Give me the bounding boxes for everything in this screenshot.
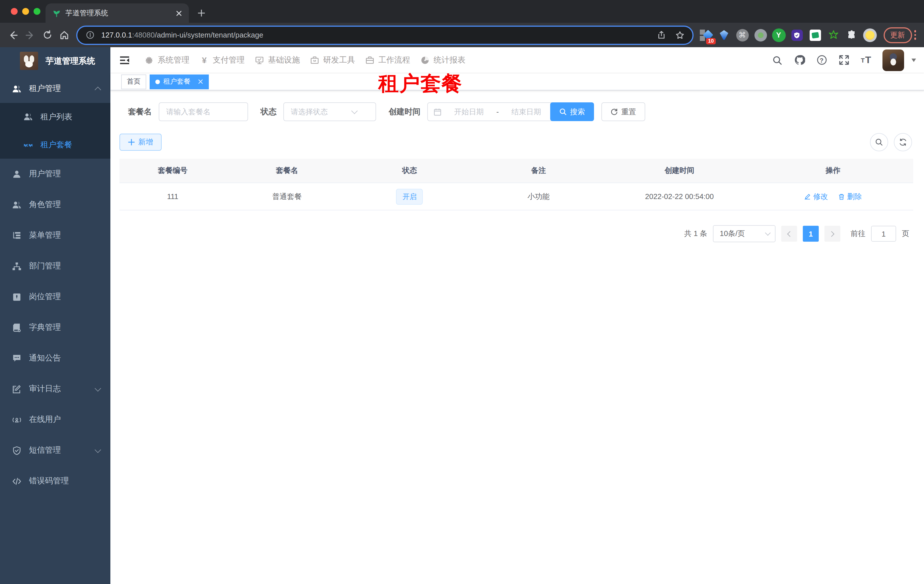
prev-page-button[interactable]	[781, 226, 797, 242]
github-icon[interactable]	[794, 54, 805, 66]
reload-icon[interactable]	[39, 26, 56, 43]
maximize-window-button[interactable]	[33, 8, 40, 15]
briefcase-icon	[365, 56, 375, 64]
bookmark-star-icon[interactable]	[673, 28, 686, 42]
sidebar-item-label: 租户列表	[40, 112, 100, 122]
sidebar-item-dept-management[interactable]: 部门管理	[0, 251, 111, 281]
chevron-down-icon	[95, 385, 101, 392]
nav-item-workflow[interactable]: 工作流程	[365, 55, 410, 65]
home-icon[interactable]	[56, 26, 73, 43]
edit-link[interactable]: 修改	[804, 191, 828, 202]
close-window-button[interactable]	[11, 8, 18, 15]
nav-item-report[interactable]: 统计报表	[421, 55, 465, 65]
page-title-annotation: 租户套餐	[378, 70, 462, 98]
app-logo[interactable]: 芋道管理系统	[0, 47, 111, 74]
logo-rabbit-image	[20, 52, 38, 70]
browser-tab[interactable]: 芋道管理系统	[46, 3, 189, 23]
sidebar-item-role-management[interactable]: 角色管理	[0, 189, 111, 220]
extension-tiles-icon[interactable]: 10	[698, 28, 713, 42]
package-name-input[interactable]	[159, 102, 248, 121]
sidebar-item-tenant-management[interactable]: 租户管理	[0, 74, 111, 103]
profile-avatar-icon[interactable]	[862, 28, 877, 42]
show-search-icon[interactable]	[870, 133, 888, 151]
sidebar-item-label: 用户管理	[29, 169, 100, 179]
nav-item-devtools[interactable]: 研发工具	[310, 55, 355, 65]
extension-shield-icon[interactable]	[789, 28, 804, 42]
reset-button[interactable]: 重置	[601, 102, 645, 121]
address-bar[interactable]: 127.0.0.1:48080/admin-ui/system/tenant/p…	[76, 25, 693, 44]
nav-item-system[interactable]: 系统管理	[145, 55, 190, 65]
sidebar-item-error-code[interactable]: 错误码管理	[0, 466, 111, 497]
site-info-icon[interactable]	[83, 28, 97, 42]
avatar-caret-icon[interactable]	[911, 58, 916, 62]
org-tree-icon	[12, 261, 21, 271]
col-header-remark: 备注	[471, 159, 606, 183]
tag-tenant-package[interactable]: 租户套餐	[150, 74, 209, 89]
search-icon[interactable]	[772, 54, 783, 66]
back-icon[interactable]	[5, 26, 21, 43]
extension-command-icon[interactable]: ⌘	[735, 28, 750, 42]
nav-item-pay[interactable]: ¥ 支付管理	[200, 55, 245, 65]
page-unit-label: 页	[902, 229, 909, 239]
sidebar-item-user-management[interactable]: 用户管理	[0, 159, 111, 189]
minimize-window-button[interactable]	[22, 8, 29, 15]
cell-status: 开启	[348, 183, 471, 210]
status-badge: 开启	[396, 189, 423, 204]
sidebar-item-audit-log[interactable]: 审计日志	[0, 373, 111, 404]
fullscreen-icon[interactable]	[838, 54, 850, 66]
screen: 芋道管理系统 127.0.0.1:48080/admin-ui/system/t…	[0, 0, 924, 584]
sidebar: 芋道管理系统 租户管理 租户列表	[0, 47, 111, 584]
tag-home[interactable]: 首页	[121, 74, 146, 89]
sidebar-item-online-users[interactable]: 在线用户	[0, 404, 111, 435]
font-size-icon[interactable]: TT	[860, 54, 872, 66]
sidebar-item-menu-management[interactable]: 菜单管理	[0, 220, 111, 251]
extension-star-icon[interactable]	[826, 28, 841, 42]
extension-y-icon[interactable]: Y	[771, 28, 786, 42]
url-path: /admin-ui/system/tenant/package	[155, 31, 264, 39]
help-icon[interactable]: ?	[816, 54, 827, 66]
new-tab-button[interactable]	[193, 5, 210, 21]
page-size-select[interactable]: 10条/页	[713, 225, 776, 242]
create-time-label: 创建时间	[389, 107, 421, 117]
sidebar-item-label: 部门管理	[29, 261, 100, 271]
col-header-package-id: 套餐编号	[119, 159, 226, 183]
chrome-update-button[interactable]: 更新	[883, 27, 912, 43]
sidebar-item-dict-management[interactable]: 字典管理	[0, 312, 111, 343]
extension-chat-icon[interactable]	[808, 28, 822, 42]
sidebar-item-sms-management[interactable]: 短信管理	[0, 435, 111, 466]
extensions-puzzle-icon[interactable]	[844, 28, 859, 42]
next-page-button[interactable]	[825, 226, 840, 242]
tab-close-icon[interactable]	[176, 10, 182, 16]
status-select-input[interactable]	[283, 102, 376, 121]
add-button-label: 新增	[138, 137, 153, 147]
reset-button-label: 重置	[621, 107, 636, 117]
app-window: 芋道管理系统 租户管理 租户列表	[0, 47, 924, 584]
refresh-icon[interactable]	[894, 133, 912, 151]
nav-item-label: 支付管理	[213, 55, 245, 65]
extension-badge: 10	[706, 38, 716, 44]
current-page-button[interactable]: 1	[803, 226, 819, 242]
goto-page-input[interactable]	[871, 226, 896, 242]
search-button[interactable]: 搜索	[550, 102, 594, 121]
tag-close-icon[interactable]	[198, 79, 203, 84]
share-icon[interactable]	[655, 28, 668, 42]
add-button[interactable]: 新增	[119, 133, 162, 151]
code-icon	[12, 476, 21, 486]
search-form: 套餐名 状态 创建时间 开始日期 -	[128, 102, 913, 121]
sidebar-item-notice[interactable]: 通知公告	[0, 343, 111, 373]
delete-link[interactable]: 删除	[838, 191, 862, 202]
sidebar-toggle-icon[interactable]	[118, 54, 131, 66]
forward-icon[interactable]	[21, 26, 39, 43]
extension-balloon-icon[interactable]	[717, 28, 731, 42]
sidebar-item-post-management[interactable]: 岗位管理	[0, 281, 111, 312]
extension-gray-dot-icon[interactable]	[753, 28, 768, 42]
status-select[interactable]	[283, 102, 376, 121]
sidebar-item-tenant-package[interactable]: 租户套餐	[0, 131, 111, 159]
browser-menu-icon[interactable]	[914, 30, 916, 40]
nav-item-infra[interactable]: 基础设施	[255, 55, 300, 65]
sidebar-item-label: 短信管理	[29, 445, 96, 456]
user-avatar[interactable]	[883, 49, 904, 71]
date-range-picker[interactable]: 开始日期 - 结束日期	[427, 102, 555, 121]
sidebar-item-tenant-list[interactable]: 租户列表	[0, 103, 111, 131]
sidebar-item-label: 错误码管理	[29, 476, 100, 486]
